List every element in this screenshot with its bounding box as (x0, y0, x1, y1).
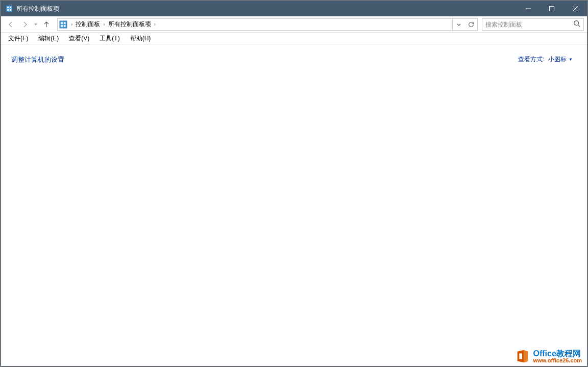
navigation-bar: › 控制面板 › 所有控制面板项 › (1, 16, 587, 33)
view-by-control: 查看方式: 小图标 ▼ (518, 55, 573, 64)
svg-rect-13 (64, 25, 65, 27)
svg-rect-10 (61, 22, 62, 23)
watermark: Office教程网 www.office26.com (514, 349, 582, 364)
breadcrumb-all-items[interactable]: 所有控制面板项 (107, 19, 152, 30)
svg-marker-17 (524, 350, 528, 362)
chevron-right-icon[interactable]: › (152, 21, 158, 27)
watermark-title: Office教程网 (533, 350, 582, 358)
page-title: 调整计算机的设置 (11, 55, 64, 64)
minimize-button[interactable] (517, 1, 540, 16)
control-panel-icon (5, 5, 13, 13)
search-icon[interactable] (573, 20, 580, 29)
back-button[interactable] (4, 18, 17, 31)
window-title: 所有控制面板项 (16, 5, 59, 13)
up-button[interactable] (40, 18, 53, 31)
svg-rect-12 (61, 25, 62, 27)
address-bar[interactable]: › 控制面板 › 所有控制面板项 › (57, 18, 478, 31)
svg-rect-0 (6, 6, 12, 12)
search-box[interactable] (482, 18, 584, 31)
menu-view[interactable]: 查看(V) (65, 33, 93, 44)
content-area: 调整计算机的设置 查看方式: 小图标 ▼ Office教程网 www.offic… (1, 45, 587, 366)
svg-rect-4 (10, 9, 11, 11)
view-by-dropdown[interactable]: 小图标 ▼ (548, 55, 573, 64)
svg-rect-11 (64, 22, 65, 23)
menu-tools[interactable]: 工具(T) (95, 33, 124, 44)
svg-rect-1 (7, 7, 9, 8)
titlebar[interactable]: 所有控制面板项 (1, 1, 587, 16)
breadcrumb-control-panel[interactable]: 控制面板 (75, 19, 101, 30)
svg-rect-6 (550, 7, 554, 11)
menu-edit[interactable]: 编辑(E) (34, 33, 63, 44)
svg-rect-9 (60, 21, 67, 28)
history-dropdown[interactable] (33, 18, 39, 31)
office-logo-icon (514, 349, 530, 364)
svg-rect-2 (10, 7, 11, 8)
svg-point-14 (574, 21, 579, 26)
svg-rect-3 (7, 9, 9, 11)
menu-bar: 文件(F) 编辑(E) 查看(V) 工具(T) 帮助(H) (1, 33, 587, 45)
content-header: 调整计算机的设置 查看方式: 小图标 ▼ (11, 55, 573, 64)
view-by-label: 查看方式: (518, 55, 544, 64)
address-icon (58, 20, 69, 29)
search-input[interactable] (485, 21, 573, 28)
watermark-url: www.office26.com (533, 358, 582, 363)
chevron-down-icon: ▼ (569, 57, 573, 62)
menu-file[interactable]: 文件(F) (4, 33, 32, 44)
address-dropdown-button[interactable] (453, 19, 465, 30)
chevron-right-icon[interactable]: › (69, 21, 75, 27)
control-panel-window: 所有控制面板项 › 控制面板 › (1, 1, 587, 366)
svg-rect-18 (520, 353, 523, 359)
close-button[interactable] (564, 1, 587, 16)
forward-button[interactable] (18, 18, 32, 31)
chevron-right-icon[interactable]: › (101, 21, 107, 27)
maximize-button[interactable] (540, 1, 564, 16)
view-by-value-text: 小图标 (548, 55, 567, 64)
svg-line-15 (578, 25, 580, 27)
refresh-button[interactable] (465, 19, 477, 30)
menu-help[interactable]: 帮助(H) (126, 33, 155, 44)
